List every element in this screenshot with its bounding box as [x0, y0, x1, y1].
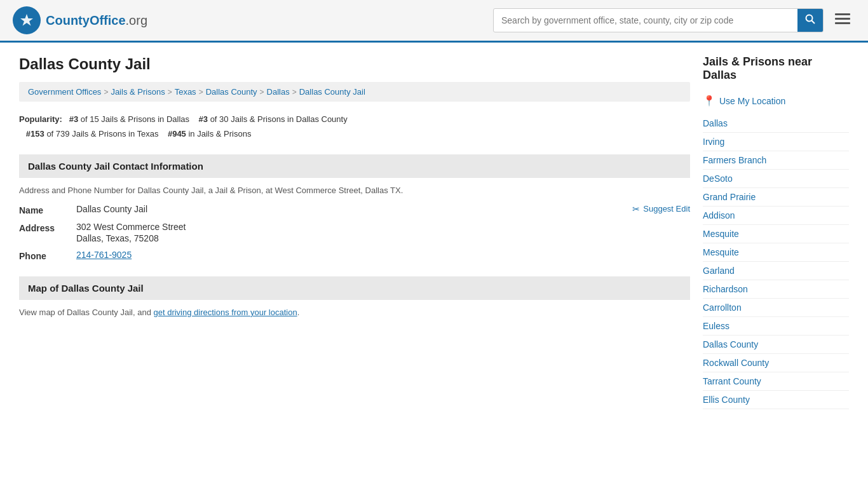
sidebar-nearby-link-3[interactable]: DeSoto: [703, 173, 733, 184]
phone-link[interactable]: 214-761-9025: [76, 250, 132, 260]
rank1-text-val: of 15 Jails & Prisons in Dallas: [81, 114, 189, 124]
sidebar: Jails & Prisons near Dallas 📍 Use My Loc…: [703, 55, 849, 409]
sidebar-list-item: Richardson: [703, 280, 849, 299]
phone-value: 214-761-9025: [76, 250, 690, 260]
sidebar-nearby-link-4[interactable]: Grand Prairie: [703, 192, 756, 202]
svg-rect-6: [835, 22, 850, 24]
address-line2: Dallas, Texas, 75208: [76, 233, 690, 243]
breadcrumb-item-jails[interactable]: Jails & Prisons: [111, 87, 165, 97]
address-line1: 302 West Commerce Street: [76, 222, 690, 232]
sidebar-list-item: Tarrant County: [703, 372, 849, 391]
svg-line-3: [812, 21, 815, 24]
pin-icon: 📍: [703, 95, 715, 107]
sidebar-list-item: Irving: [703, 133, 849, 151]
sidebar-nearby-link-5[interactable]: Addison: [703, 210, 735, 220]
page-header: CountyOffice.org: [0, 0, 868, 43]
breadcrumb-item-jail[interactable]: Dallas County Jail: [299, 87, 365, 97]
breadcrumb: Government Offices > Jails & Prisons > T…: [19, 82, 690, 102]
breadcrumb-sep-3: >: [199, 88, 203, 97]
sidebar-nearby-link-2[interactable]: Farmers Branch: [703, 155, 766, 165]
sidebar-nearby-link-15[interactable]: Ellis County: [703, 395, 750, 405]
contact-section: Dallas County Jail Contact Information A…: [19, 154, 690, 261]
search-input[interactable]: [494, 10, 797, 30]
sidebar-list-item: Carrollton: [703, 299, 849, 317]
phone-label: Phone: [19, 250, 76, 261]
sidebar-nearby-link-10[interactable]: Carrollton: [703, 302, 742, 313]
breadcrumb-sep-5: >: [292, 88, 297, 97]
nearby-list: DallasIrvingFarmers BranchDeSotoGrand Pr…: [703, 114, 849, 409]
sidebar-list-item: Mesquite: [703, 243, 849, 262]
map-desc-suffix: .: [297, 308, 300, 317]
menu-button[interactable]: [830, 10, 855, 31]
map-desc-prefix: View map of Dallas County Jail, and: [19, 308, 153, 317]
sidebar-nearby-link-1[interactable]: Irving: [703, 137, 724, 147]
rank4: #945: [168, 129, 186, 139]
sidebar-list-item: Mesquite: [703, 225, 849, 243]
breadcrumb-item-dallas-county[interactable]: Dallas County: [206, 87, 257, 97]
rank1: #3: [69, 114, 78, 124]
sidebar-nearby-link-11[interactable]: Euless: [703, 321, 729, 331]
name-value: Dallas County Jail: [76, 204, 147, 215]
sidebar-list-item: Dallas: [703, 114, 849, 133]
address-label: Address: [19, 222, 76, 233]
header-right: [493, 8, 855, 32]
logo-county: CountyOffice: [46, 13, 126, 27]
content-area: Dallas County Jail Government Offices > …: [19, 55, 690, 409]
name-label: Name: [19, 204, 76, 215]
rank3: #153: [26, 129, 44, 139]
logo-area: CountyOffice.org: [13, 6, 147, 34]
contact-description: Address and Phone Number for Dallas Coun…: [19, 186, 690, 195]
search-button[interactable]: [797, 9, 823, 32]
sidebar-title: Jails & Prisons near Dallas: [703, 55, 849, 85]
popularity-section: Popularity: #3 of 15 Jails & Prisons in …: [19, 112, 690, 142]
rank4-tv: in Jails & Prisons: [188, 129, 251, 139]
svg-rect-5: [835, 18, 850, 20]
driving-directions-link[interactable]: get driving directions from your locatio…: [153, 308, 297, 317]
svg-point-2: [806, 15, 813, 22]
contact-address-row: Address 302 West Commerce Street Dallas,…: [19, 222, 690, 243]
sidebar-nearby-link-6[interactable]: Mesquite: [703, 229, 739, 239]
breadcrumb-sep-2: >: [168, 88, 172, 97]
breadcrumb-item-dallas[interactable]: Dallas: [267, 87, 290, 97]
sidebar-nearby-link-9[interactable]: Richardson: [703, 284, 748, 294]
sidebar-list-item: Rockwall County: [703, 354, 849, 372]
rank2-text-v: of 30 Jails & Prisons in Dallas County: [210, 114, 348, 124]
sidebar-nearby-link-14[interactable]: Tarrant County: [703, 376, 761, 386]
sidebar-list-item: DeSoto: [703, 170, 849, 188]
sidebar-list-item: Dallas County: [703, 336, 849, 354]
contact-phone-row: Phone 214-761-9025: [19, 250, 690, 261]
sidebar-list-item: Farmers Branch: [703, 151, 849, 170]
breadcrumb-item-govt[interactable]: Government Offices: [28, 87, 101, 97]
popularity-label: Popularity:: [19, 114, 62, 124]
main-container: Dallas County Jail Government Offices > …: [0, 43, 868, 422]
sidebar-list-item: Ellis County: [703, 391, 849, 409]
sidebar-nearby-link-7[interactable]: Mesquite: [703, 247, 739, 257]
sidebar-list-item: Euless: [703, 317, 849, 336]
suggest-edit-label: Suggest Edit: [643, 204, 690, 214]
sidebar-nearby-link-13[interactable]: Rockwall County: [703, 358, 769, 368]
sidebar-list-item: Grand Prairie: [703, 188, 849, 207]
contact-name-row: Name Dallas County Jail ✂ Suggest Edit: [19, 204, 690, 215]
edit-icon: ✂: [632, 204, 640, 214]
sidebar-nearby-link-12[interactable]: Dallas County: [703, 339, 758, 349]
suggest-edit-link[interactable]: ✂ Suggest Edit: [632, 204, 690, 214]
map-section-header: Map of Dallas County Jail: [19, 276, 690, 300]
sidebar-nearby-link-8[interactable]: Garland: [703, 266, 735, 276]
sidebar-nearby-link-0[interactable]: Dallas: [703, 118, 728, 128]
logo-icon: [13, 6, 41, 34]
name-left: Name Dallas County Jail: [19, 204, 147, 215]
search-container: [493, 8, 824, 32]
page-title: Dallas County Jail: [19, 55, 690, 73]
rank3-tv: of 739 Jails & Prisons in Texas: [46, 129, 158, 139]
logo-text: CountyOffice.org: [46, 13, 147, 28]
svg-rect-4: [835, 13, 850, 15]
address-value: 302 West Commerce Street Dallas, Texas, …: [76, 222, 690, 243]
map-description: View map of Dallas County Jail, and get …: [19, 308, 690, 317]
logo-org: .org: [126, 13, 147, 27]
breadcrumb-item-texas[interactable]: Texas: [175, 87, 196, 97]
use-location-row: 📍 Use My Location: [703, 95, 849, 107]
map-section: Map of Dallas County Jail View map of Da…: [19, 276, 690, 317]
use-location-link[interactable]: Use My Location: [719, 96, 785, 106]
sidebar-list-item: Addison: [703, 207, 849, 225]
rank2: #3: [199, 114, 208, 124]
